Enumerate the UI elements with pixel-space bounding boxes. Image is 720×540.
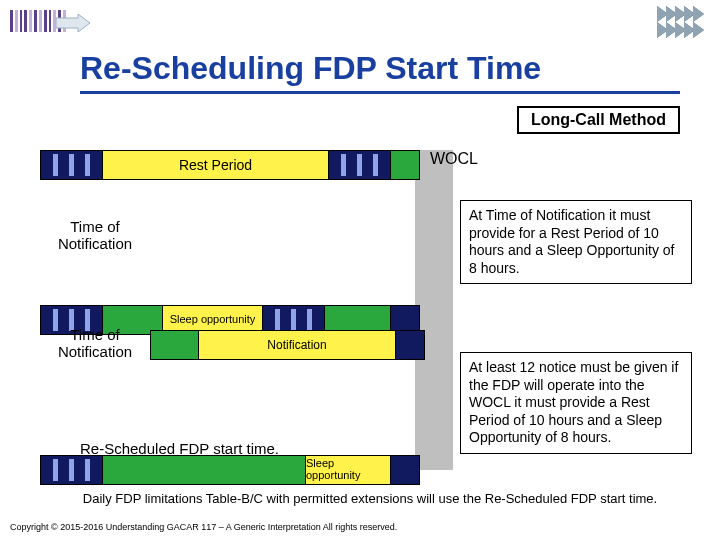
label-text: Time of Notification [58, 326, 132, 360]
navy-end-icon [396, 331, 424, 359]
label-text: Time of Notification [58, 218, 132, 252]
re-scheduled-start-label: Re-Scheduled FDP start time. [80, 440, 279, 457]
timeline-row-sleep-opportunity-2: Sleep opportunity [40, 455, 420, 485]
timeline-row-rest-period: Rest Period [40, 150, 420, 180]
green-segment [151, 331, 199, 359]
method-label-box: Long-Call Method [517, 106, 680, 134]
arrow-right-icon [56, 14, 90, 32]
svg-marker-0 [56, 14, 90, 32]
page-title: Re-Scheduling FDP Start Time [80, 50, 680, 94]
wocl-label: WOCL [430, 150, 478, 168]
green-segment [103, 456, 306, 484]
timeline-row-notification: Notification [150, 330, 425, 360]
time-of-notification-label-2: Time of Notification [40, 326, 150, 361]
navy-end-icon [391, 456, 419, 484]
navy-block-icon [41, 151, 103, 179]
info-box-1: At Time of Notification it must provide … [460, 200, 692, 284]
navy-block-icon [329, 151, 391, 179]
copyright: Copyright © 2015-2016 Understanding GACA… [10, 522, 397, 532]
navy-block-icon [41, 456, 103, 484]
notification-segment: Notification [199, 331, 396, 359]
wocl-column [415, 150, 453, 470]
rest-period-segment: Rest Period [103, 151, 329, 179]
time-of-notification-label-1: Time of Notification [40, 218, 150, 253]
chevron-stack-icon [657, 6, 702, 38]
green-end-segment [391, 151, 419, 179]
info-box-2: At least 12 notice must be given if the … [460, 352, 692, 454]
sleep-opportunity-segment: Sleep opportunity [306, 456, 391, 484]
footnote: Daily FDP limitations Table-B/C with per… [60, 491, 680, 506]
